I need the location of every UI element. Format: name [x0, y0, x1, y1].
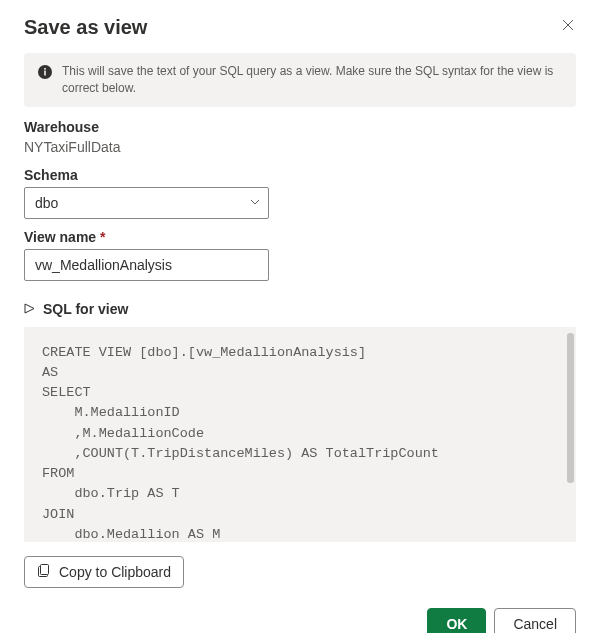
svg-rect-2	[44, 68, 46, 70]
copy-to-clipboard-button[interactable]: Copy to Clipboard	[24, 556, 184, 588]
save-as-view-dialog: Save as view This will save the text of …	[0, 0, 600, 633]
triangle-toggle-icon	[24, 301, 35, 317]
scrollbar-thumb[interactable]	[567, 333, 574, 483]
dialog-header: Save as view	[24, 16, 576, 53]
svg-rect-3	[41, 565, 49, 575]
sql-label: SQL for view	[43, 301, 128, 317]
close-button[interactable]	[560, 16, 576, 36]
sql-preview[interactable]: CREATE VIEW [dbo].[vw_MedallionAnalysis]…	[24, 327, 576, 542]
cancel-button[interactable]: Cancel	[494, 608, 576, 633]
viewname-label: View name *	[24, 229, 576, 245]
close-icon	[562, 19, 574, 31]
dialog-footer: OK Cancel	[24, 608, 576, 633]
svg-rect-1	[44, 71, 46, 76]
view-name-input[interactable]	[24, 249, 269, 281]
info-bar: This will save the text of your SQL quer…	[24, 53, 576, 107]
sql-section-header[interactable]: SQL for view	[24, 301, 576, 317]
ok-button[interactable]: OK	[427, 608, 486, 633]
schema-select[interactable]: dbo	[24, 187, 269, 219]
schema-value: dbo	[35, 195, 58, 211]
sql-preview-container: CREATE VIEW [dbo].[vw_MedallionAnalysis]…	[24, 327, 576, 542]
info-icon	[38, 65, 52, 82]
schema-label: Schema	[24, 167, 576, 183]
copy-label: Copy to Clipboard	[59, 564, 171, 580]
info-text: This will save the text of your SQL quer…	[62, 63, 562, 97]
warehouse-label: Warehouse	[24, 119, 576, 135]
warehouse-value: NYTaxiFullData	[24, 139, 576, 155]
dialog-title: Save as view	[24, 16, 147, 39]
copy-icon	[37, 563, 51, 580]
